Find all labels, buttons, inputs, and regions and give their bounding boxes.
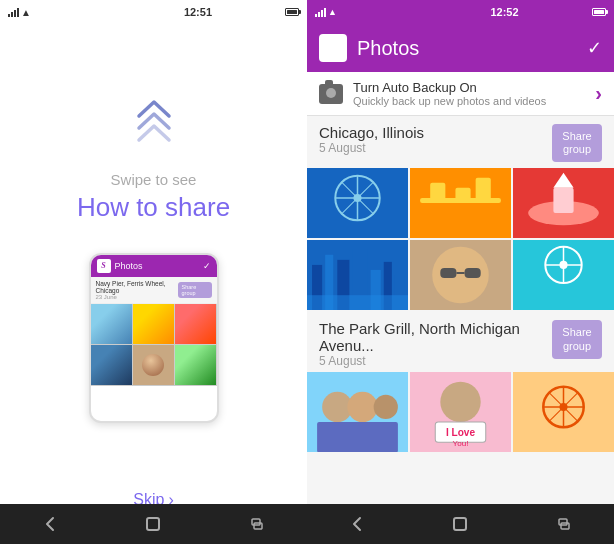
svg-rect-12 bbox=[430, 183, 445, 203]
left-time: 12:51 bbox=[184, 6, 212, 18]
svg-rect-56 bbox=[559, 519, 567, 525]
svg-point-41 bbox=[374, 395, 398, 419]
right-time: 12:52 bbox=[490, 6, 518, 18]
phone-mockup: S Photos ✓ Navy Pier, Ferris Wheel, Chic… bbox=[89, 253, 219, 423]
phone-photo-2 bbox=[133, 304, 174, 344]
left-panel: ▲ 12:51 Swipe to see How to share S bbox=[0, 0, 307, 544]
right-recents-button[interactable] bbox=[549, 510, 577, 538]
home-button[interactable] bbox=[139, 510, 167, 538]
backup-subtitle: Quickly back up new photos and videos bbox=[353, 95, 595, 107]
photo-cell-b3[interactable] bbox=[513, 372, 614, 452]
swipe-arrows bbox=[129, 86, 179, 151]
location-name-1: Chicago, Illinois bbox=[319, 124, 424, 141]
location-text-2: The Park Grill, North Michigan Avenu... … bbox=[319, 320, 552, 368]
ferris-wheel-image bbox=[307, 168, 408, 238]
svg-text:I Love: I Love bbox=[446, 428, 476, 439]
svg-rect-42 bbox=[317, 422, 398, 452]
back-button[interactable] bbox=[37, 510, 65, 538]
location-section-2: The Park Grill, North Michigan Avenu... … bbox=[307, 312, 614, 372]
right-bottom-nav bbox=[307, 504, 614, 544]
person-face-image bbox=[410, 240, 511, 310]
home-icon bbox=[144, 515, 162, 533]
how-share-label: How to share bbox=[77, 192, 230, 223]
phone-header: S Photos ✓ bbox=[91, 255, 217, 277]
location-date-2: 5 August bbox=[319, 354, 552, 368]
svg-rect-57 bbox=[561, 523, 569, 529]
right-panel: ▲ 12:52 S Photos ✓ Turn Auto Backup On Q… bbox=[307, 0, 614, 544]
app-header: S Photos ✓ bbox=[307, 24, 614, 72]
svg-rect-13 bbox=[455, 188, 470, 203]
phone-location-bar: Navy Pier, Ferris Wheel, Chicago 23 June… bbox=[91, 277, 217, 304]
photo-cell-b1[interactable] bbox=[307, 372, 408, 452]
swipe-label: Swipe to see bbox=[111, 171, 197, 188]
right-signal: ▲ bbox=[315, 7, 337, 17]
phone-photo-3 bbox=[175, 304, 216, 344]
svg-rect-31 bbox=[465, 268, 481, 278]
svg-rect-14 bbox=[476, 178, 491, 203]
left-battery bbox=[285, 8, 299, 16]
photo-grid-1 bbox=[307, 168, 614, 310]
photo-cell-4[interactable] bbox=[307, 240, 408, 310]
svg-rect-55 bbox=[454, 518, 466, 530]
photo-grid-2: I Love You! bbox=[307, 372, 614, 452]
auto-backup-banner[interactable]: Turn Auto Backup On Quickly back up new … bbox=[307, 72, 614, 116]
svg-rect-0 bbox=[147, 518, 159, 530]
photo-cell-b2[interactable]: I Love You! bbox=[410, 372, 511, 452]
photo-cell-6[interactable] bbox=[513, 240, 614, 310]
svg-rect-17 bbox=[553, 188, 573, 213]
right-recents-icon bbox=[554, 515, 572, 533]
phone-photo-1 bbox=[91, 304, 132, 344]
carnival-image bbox=[513, 372, 614, 452]
phone-photo-grid bbox=[91, 304, 217, 386]
backup-title: Turn Auto Backup On bbox=[353, 80, 595, 95]
right-home-icon bbox=[451, 515, 469, 533]
phone-app-title: Photos bbox=[115, 261, 203, 271]
status-bar-right: ▲ 12:52 bbox=[307, 0, 614, 24]
roller-coaster-image bbox=[410, 168, 511, 238]
recents-icon bbox=[247, 515, 265, 533]
backup-chevron-icon: › bbox=[595, 82, 602, 105]
location-name-2: The Park Grill, North Michigan Avenu... bbox=[319, 320, 552, 354]
svg-rect-27 bbox=[307, 296, 408, 311]
photo-cell-1[interactable] bbox=[307, 168, 408, 238]
skyline-image bbox=[307, 240, 408, 310]
right-back-arrow-icon bbox=[349, 515, 367, 533]
left-wifi-icon: ▲ bbox=[21, 7, 31, 18]
phone-location-date: 23 June bbox=[96, 294, 178, 300]
right-home-button[interactable] bbox=[446, 510, 474, 538]
checkmark-icon[interactable]: ✓ bbox=[587, 37, 602, 59]
back-arrow-icon bbox=[42, 515, 60, 533]
svg-text:You!: You! bbox=[453, 440, 469, 449]
swipe-chevrons-icon bbox=[131, 88, 177, 148]
app-title: Photos bbox=[357, 37, 587, 60]
right-wifi-icon: ▲ bbox=[328, 7, 337, 17]
love-sign-image: I Love You! bbox=[410, 372, 511, 452]
phone-photo-6 bbox=[175, 345, 216, 385]
left-main-content: Swipe to see How to share S Photos ✓ Nav… bbox=[77, 24, 230, 544]
svg-rect-2 bbox=[254, 523, 262, 529]
left-signal: ▲ bbox=[8, 7, 31, 18]
right-battery bbox=[592, 8, 606, 16]
location-date-1: 5 August bbox=[319, 141, 424, 155]
water-image bbox=[513, 240, 614, 310]
group-photo-image bbox=[307, 372, 408, 452]
phone-check-icon: ✓ bbox=[203, 261, 211, 271]
recents-button[interactable] bbox=[242, 510, 270, 538]
photo-cell-2[interactable] bbox=[410, 168, 511, 238]
phone-share-btn[interactable]: Share group bbox=[178, 282, 212, 298]
phone-location-name: Navy Pier, Ferris Wheel, Chicago bbox=[96, 280, 178, 294]
share-group-btn-2[interactable]: Sharegroup bbox=[552, 320, 602, 358]
location-text-1: Chicago, Illinois 5 August bbox=[319, 124, 424, 155]
svg-rect-1 bbox=[252, 519, 260, 525]
camera-icon bbox=[319, 84, 343, 104]
phone-app-icon: S bbox=[97, 259, 111, 273]
status-bar-left: ▲ 12:51 bbox=[0, 0, 307, 24]
right-back-button[interactable] bbox=[344, 510, 372, 538]
photo-cell-3[interactable] bbox=[513, 168, 614, 238]
phone-photo-5 bbox=[133, 345, 174, 385]
share-group-btn-1[interactable]: Sharegroup bbox=[552, 124, 602, 162]
backup-text-block: Turn Auto Backup On Quickly back up new … bbox=[353, 80, 595, 107]
photo-cell-5[interactable] bbox=[410, 240, 511, 310]
svg-rect-30 bbox=[440, 268, 456, 278]
location-section-1: Chicago, Illinois 5 August Sharegroup bbox=[307, 116, 614, 166]
